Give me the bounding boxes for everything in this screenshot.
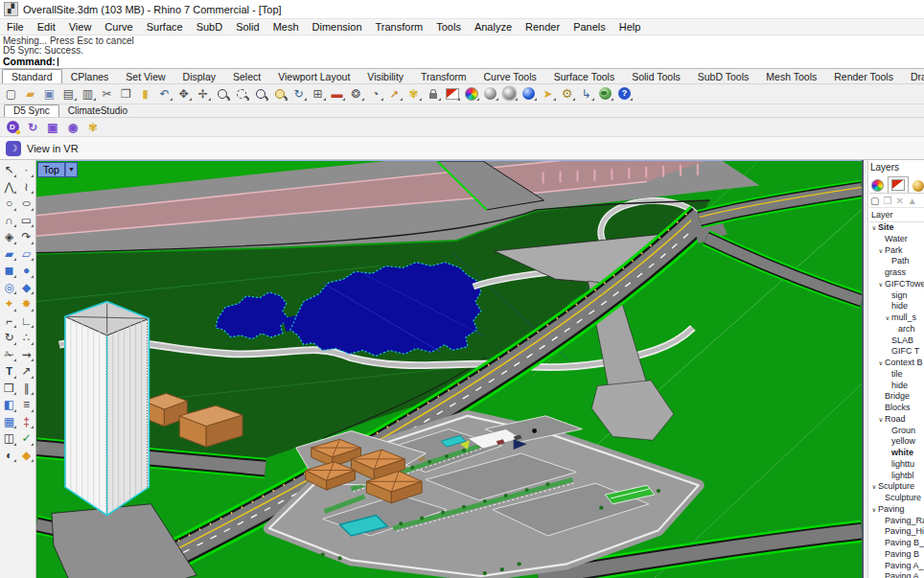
viewport-title-menu-arrow[interactable]: ▼ xyxy=(65,162,78,177)
menu-render[interactable]: Render xyxy=(519,21,566,33)
surface-icon[interactable]: ▰ xyxy=(1,246,17,263)
shaded-view-icon[interactable] xyxy=(481,85,499,102)
menu-solid[interactable]: Solid xyxy=(229,21,266,33)
tab-cplanes[interactable]: CPlanes xyxy=(62,70,118,83)
layer-row-sculpture[interactable]: Sculpture xyxy=(869,493,924,504)
copy-layer-icon[interactable]: ❐ xyxy=(883,196,891,206)
move-icon[interactable]: ✢ xyxy=(194,85,212,102)
menu-transform[interactable]: Transform xyxy=(369,21,430,33)
text-icon[interactable]: T xyxy=(1,363,17,380)
view-in-vr-label[interactable]: View in VR xyxy=(27,143,79,154)
layer-tool-icon[interactable] xyxy=(443,85,461,102)
sphere-icon[interactable]: ● xyxy=(18,263,35,279)
layer-row-water[interactable]: Water xyxy=(869,234,924,245)
layer-row-mull-s[interactable]: ∨mull_s xyxy=(869,312,924,324)
layer-row-site[interactable]: ∨Site xyxy=(869,222,924,234)
rectangle-icon[interactable]: ▭ xyxy=(18,213,35,229)
layer-row-slab[interactable]: SLAB xyxy=(869,335,924,347)
curve-icon[interactable]: ≀ xyxy=(18,179,35,196)
tab-standard[interactable]: Standard xyxy=(2,69,62,83)
check-icon[interactable]: ✓ xyxy=(18,430,35,447)
tab-display[interactable]: Display xyxy=(174,70,224,83)
d5-light-icon[interactable]: ✾ xyxy=(84,119,102,135)
curve-tool-icon[interactable]: ✦ xyxy=(1,296,17,312)
delete-layer-icon[interactable]: ✕ xyxy=(895,196,903,206)
options-icon[interactable]: ⚙ xyxy=(558,85,576,102)
tab-set-view[interactable]: Set View xyxy=(117,70,173,83)
lock-icon[interactable] xyxy=(424,85,442,102)
polygon-icon[interactable]: ◈ xyxy=(1,229,17,245)
layer-row-gifctowe[interactable]: ∨GIFCTowe xyxy=(869,279,924,290)
layer-row-hide[interactable]: hide xyxy=(869,381,924,392)
history-icon[interactable]: ◔ xyxy=(366,85,384,102)
tab-visibility[interactable]: Visibility xyxy=(358,70,412,83)
torus-icon[interactable]: ◎ xyxy=(1,280,17,296)
earth-icon[interactable] xyxy=(596,85,614,102)
menu-tools[interactable]: Tools xyxy=(429,21,468,33)
layer-row-paving-b[interactable]: Paving B_ xyxy=(869,538,924,549)
layer-expand-icon[interactable]: ∨ xyxy=(877,358,885,369)
menu-analyze[interactable]: Analyze xyxy=(468,21,519,33)
pan-icon[interactable]: ✥ xyxy=(174,85,193,102)
plugin-tab-d5-sync[interactable]: D5 Sync xyxy=(4,104,59,117)
array-vertical-icon[interactable]: ‡ xyxy=(18,414,35,430)
layer-row-bridge[interactable]: Bridge xyxy=(869,391,924,403)
extend-icon[interactable]: ⇝ xyxy=(18,347,35,363)
render-icon[interactable] xyxy=(520,85,538,102)
render-preview-icon[interactable] xyxy=(500,85,519,102)
chamfer-icon[interactable]: ∟ xyxy=(18,313,35,330)
menu-help[interactable]: Help xyxy=(612,21,648,33)
tab-select[interactable]: Select xyxy=(224,70,269,83)
export-icon[interactable]: ▥ xyxy=(79,85,97,102)
array-grid-icon[interactable]: ▦ xyxy=(1,414,17,430)
layer-expand-icon[interactable]: ∨ xyxy=(877,279,885,290)
layer-row-path[interactable]: Path xyxy=(869,256,924,267)
layer-expand-icon[interactable]: ∨ xyxy=(870,481,878,493)
menu-edit[interactable]: Edit xyxy=(31,21,62,33)
menu-curve[interactable]: Curve xyxy=(98,21,139,33)
print-icon[interactable]: ▤ xyxy=(59,85,78,102)
layer-row-tile[interactable]: tile xyxy=(869,369,924,381)
twist-icon[interactable]: ◫ xyxy=(1,430,17,447)
new-file-icon[interactable]: ▢ xyxy=(2,85,20,102)
layer-row-paving-b[interactable]: Paving B xyxy=(869,549,924,561)
viewport-title[interactable]: Top ▼ xyxy=(37,162,78,177)
d5-logo-icon[interactable]: D xyxy=(4,119,21,135)
ellipse-icon[interactable]: ○ xyxy=(18,196,35,212)
layer-expand-icon[interactable]: ∨ xyxy=(870,222,878,234)
layer-row-context-b[interactable]: ∨Context B xyxy=(869,358,924,369)
layer-row-lighttu[interactable]: lighttu xyxy=(869,459,924,471)
arc-icon[interactable]: ∩ xyxy=(1,213,17,229)
layer-row-paving-a[interactable]: Paving A_ xyxy=(869,561,924,572)
menu-file[interactable]: File xyxy=(0,21,31,33)
paste-icon[interactable]: ▮ xyxy=(136,85,154,102)
trim-icon[interactable]: ✁ xyxy=(1,347,17,363)
solid-edit-icon[interactable]: ◆ xyxy=(18,280,35,296)
open-file-icon[interactable]: ▰ xyxy=(21,85,39,102)
layer-row-groun[interactable]: Groun xyxy=(869,426,924,437)
tab-mesh-tools[interactable]: Mesh Tools xyxy=(757,70,825,83)
layer-row-lightbl[interactable]: lightbl xyxy=(869,471,924,482)
layer-row-paving-ra[interactable]: Paving_Ra xyxy=(869,516,924,527)
flag-icon[interactable]: ➤ xyxy=(539,85,557,102)
zoom-dynamic-icon[interactable] xyxy=(232,85,250,102)
menu-subd[interactable]: SubD xyxy=(190,21,230,33)
named-view-icon[interactable]: ▬ xyxy=(328,85,346,102)
viewport-title-label[interactable]: Top xyxy=(37,162,65,177)
array-hint-icon[interactable]: ≡ xyxy=(18,397,35,413)
box-icon[interactable]: ◼ xyxy=(1,263,17,279)
menu-mesh[interactable]: Mesh xyxy=(266,21,306,33)
record-history-icon[interactable]: ↳ xyxy=(577,85,595,102)
layer-row-blocks[interactable]: Blocks xyxy=(869,403,924,414)
layer-row-sign[interactable]: sign xyxy=(869,290,924,302)
lamp-icon[interactable]: ✾ xyxy=(404,85,423,102)
block-icon[interactable]: ❒ xyxy=(1,381,17,397)
tab-solid-tools[interactable]: Solid Tools xyxy=(623,70,689,83)
analyze-icon[interactable]: ❂ xyxy=(347,85,365,102)
layer-row-paving-hi[interactable]: Paving_Hi xyxy=(869,526,924,538)
undo-icon[interactable]: ↶ xyxy=(155,85,173,102)
menu-dimension[interactable]: Dimension xyxy=(306,21,369,33)
explode-icon[interactable]: ✸ xyxy=(18,296,35,312)
move-up-layer-icon[interactable]: ▲ xyxy=(908,196,917,206)
rotate-view-icon[interactable]: ↻ xyxy=(289,85,308,102)
